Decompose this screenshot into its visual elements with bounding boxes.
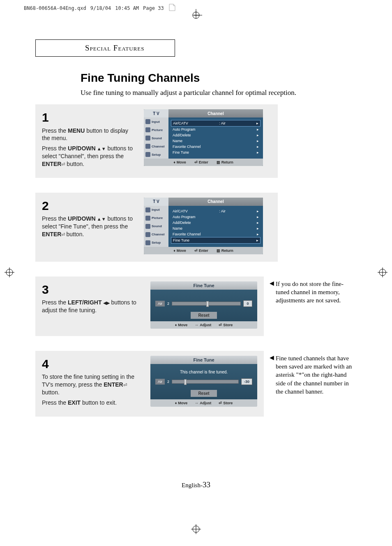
s1-t1a: Press the	[42, 127, 68, 134]
step-2-number: 2	[42, 198, 136, 214]
ft2-air: Air	[155, 379, 165, 385]
ft2-slider	[172, 380, 239, 384]
note-4-text: Fine tuned channels that have been saved…	[276, 354, 357, 396]
return-icon: ▥	[217, 249, 220, 253]
step-2-text: 2 Press the UP/DOWN ▲▼ buttons to select…	[42, 198, 136, 241]
step-4-text: 4 To store the fine tuning setting in th…	[42, 356, 136, 409]
ft2-f-adjust: Adjust	[200, 401, 211, 405]
adjust-icon: ↔	[195, 323, 198, 327]
ft2-f-move: Move	[178, 401, 187, 405]
crop-mark-right	[376, 266, 389, 280]
ft2-value: -30	[241, 378, 252, 385]
s3-t1a: Press the	[42, 299, 68, 306]
s1-t2d: ENTER	[42, 161, 61, 167]
input-icon	[145, 119, 150, 124]
section-tab: Special Features	[35, 39, 175, 57]
finetune-osd-2: Fine Tune This channel is fine tuned. Ai…	[150, 356, 257, 407]
r2-name: Name	[173, 226, 182, 230]
leftright-icon: ◀▶	[101, 300, 109, 305]
intro-text: Use fine tuning to manually adjust a par…	[81, 89, 357, 97]
ft2-f-store: Store	[223, 401, 233, 405]
r2-auto: Auto Program	[173, 215, 196, 219]
enter-icon: ⏎	[194, 160, 198, 164]
r2-fav: Favorite Channel	[173, 232, 201, 236]
step-1-row: 1 Press the MENU button to display the m…	[35, 104, 357, 178]
steps-area: 1 Press the MENU button to display the m…	[35, 104, 357, 417]
footer-page: 33	[203, 480, 210, 489]
osd2-tv: T V	[144, 198, 168, 206]
s1-t2a: Press the	[42, 145, 68, 152]
f2-move: Move	[177, 249, 186, 253]
step-2-row: 2 Press the UP/DOWN ▲▼ buttons to select…	[35, 193, 357, 262]
r-aircatv-val: : Air	[219, 121, 226, 125]
ft-message: This channel is fine tuned.	[155, 370, 252, 374]
triangle-left-icon: ◀	[270, 354, 274, 362]
osd-footer: ♦Move ⏎Enter ▥Return	[144, 159, 263, 166]
updown-icon: ▲▼	[96, 146, 106, 151]
s1-t1b: MENU	[68, 127, 85, 134]
chevron-right-icon: ▸	[256, 121, 258, 125]
sb2-sound: Sound	[152, 224, 162, 228]
step-3-text: 3 Press the LEFT/RIGHT ◀▶ buttons to adj…	[42, 281, 136, 317]
move-icon: ♦	[175, 401, 177, 405]
channel-icon	[145, 144, 150, 149]
ft2-title: Fine Tune	[150, 356, 257, 364]
page-footer: English-33	[0, 480, 392, 489]
s4-t2b: EXIT	[68, 399, 81, 406]
osd-main: Air/CATV: Air▸ Auto Program▸ Add/Delete▸…	[168, 117, 263, 159]
enter-icon: ⏎	[123, 382, 127, 387]
picture-icon	[145, 127, 150, 132]
return-icon: ▥	[217, 160, 220, 164]
step-1-number: 1	[42, 109, 136, 126]
r-favorite: Favorite Channel	[173, 145, 201, 149]
footer-lang: English-	[182, 482, 203, 488]
step-2-box: 2 Press the UP/DOWN ▲▼ buttons to select…	[35, 193, 278, 262]
page-content: Special Features Fine Tuning Channels Us…	[35, 39, 357, 417]
sound-icon	[145, 136, 150, 141]
sound-icon	[145, 224, 150, 229]
ft-footer: ♦Move ↔Adjust ⏎Store	[150, 321, 257, 329]
s2-t1d: ENTER	[42, 231, 61, 237]
r-adddelete: Add/Delete	[173, 133, 191, 137]
s4-t1c: button.	[42, 389, 60, 396]
s1-t2e: button.	[65, 161, 84, 167]
print-page: Page 33	[143, 5, 164, 11]
move-icon: ♦	[173, 249, 175, 253]
setup-icon	[145, 240, 150, 245]
note-3-text: If you do not store the fine-tuned chann…	[276, 280, 357, 305]
f2-enter: Enter	[199, 249, 208, 253]
ft2-ch: 2	[167, 380, 169, 384]
chevron-right-icon: ▸	[257, 139, 259, 143]
osd2-title: Channel	[168, 199, 263, 204]
chevron-right-icon: ▸	[257, 226, 259, 230]
sb-channel: Channel	[152, 145, 165, 148]
osd-screenshot-2: T V Channel Input Picture Sound Channel …	[144, 198, 263, 254]
sb2-input: Input	[152, 208, 160, 212]
ft-slider	[172, 302, 241, 306]
sb-picture: Picture	[152, 128, 163, 132]
print-time: 10:45 AM	[115, 5, 139, 11]
step-4-box: 4 To store the fine tuning setting in th…	[35, 351, 264, 417]
ft2-reset: Reset	[191, 390, 217, 397]
sb-setup: Setup	[152, 153, 161, 157]
updown-icon: ▲▼	[96, 217, 106, 221]
crop-mark-top	[190, 9, 202, 23]
print-header: BN68-00656A-04Eng.qxd 9/18/04 10:45 AM P…	[24, 3, 176, 13]
triangle-left-icon: ◀	[270, 280, 274, 288]
finetune-osd-1: Fine Tune Air 2 0 Reset ♦Move ↔Adju	[150, 281, 257, 329]
ft-slider-row: Air 2 0	[155, 300, 252, 307]
s4-t2a: Press the	[42, 399, 68, 406]
osd1-header: T V Channel	[144, 109, 263, 117]
osd-tv-label: T V	[144, 109, 168, 117]
picture-icon	[145, 216, 150, 221]
section-label: Special Features	[85, 44, 144, 53]
ft-channel: 2	[167, 302, 169, 306]
step-3-box: 3 Press the LEFT/RIGHT ◀▶ buttons to adj…	[35, 276, 264, 336]
osd-title: Channel	[168, 111, 263, 116]
move-icon: ♦	[173, 160, 175, 164]
sb2-setup: Setup	[152, 241, 161, 244]
ft-f-adjust: Adjust	[200, 323, 211, 327]
chevron-right-icon: ▸	[257, 150, 259, 154]
step-1-box: 1 Press the MENU button to display the m…	[35, 104, 278, 178]
chevron-right-icon: ▸	[257, 145, 259, 149]
